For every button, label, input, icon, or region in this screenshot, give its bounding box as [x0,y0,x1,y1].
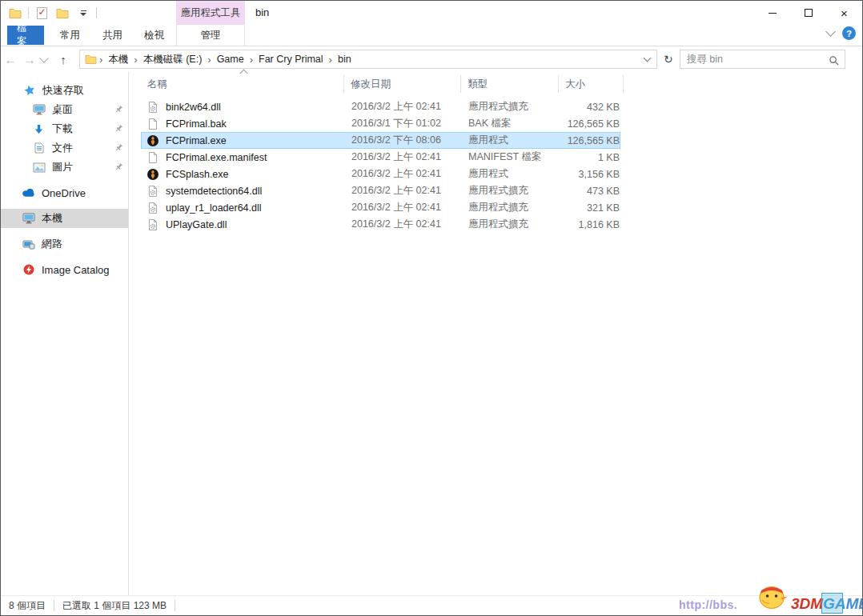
window-controls: × [754,1,862,25]
column-header-date[interactable]: 修改日期 [344,75,461,93]
close-button[interactable]: × [826,1,862,25]
toolbar-separator [28,7,29,18]
column-header-name[interactable]: 名稱 [141,75,344,93]
sidebar-item-quick-access[interactable]: 快速存取 [1,81,128,100]
file-row-uplay-r1-loader64[interactable]: uplay_r1_loader64.dll 2016/3/2 上午 02:41 … [141,199,620,216]
file-name: FCPrimal.bak [166,118,227,130]
statusbar-separator [175,600,175,611]
sidebar-item-this-pc[interactable]: 本機 [1,209,128,228]
tab-file[interactable]: 檔案 [7,26,44,45]
new-folder-button[interactable] [54,5,70,21]
sidebar-item-downloads[interactable]: 下載 [1,119,128,138]
pin-icon [114,143,123,155]
file-size: 126,565 KB [560,135,620,146]
sidebar-item-documents[interactable]: 文件 [1,138,128,158]
file-list-pane: 名稱 修改日期 類型 大小 bink2w64.dll 2016/3/2 上午 0… [130,71,862,595]
file-row-systemdetection64[interactable]: systemdetection64.dll 2016/3/2 上午 02:41 … [141,182,620,199]
file-row-fcprimal-exe-selected[interactable]: FCPrimal.exe 2016/3/2 下午 08:06 應用程式 126,… [141,132,620,149]
download-icon [32,124,46,134]
pin-icon [114,162,123,174]
tab-view[interactable]: 檢視 [134,26,174,45]
address-bar[interactable]: › 本機 › 本機磁碟 (E:) › Game › Far Cry Primal… [79,50,657,69]
network-icon [22,239,35,250]
dll-file-icon [147,202,159,214]
file-row-fcprimal-bak[interactable]: FCPrimal.bak 2016/3/1 下午 01:02 BAK 檔案 12… [141,115,620,132]
breadcrumb-separator: › [327,54,335,66]
sidebar-item-label: 圖片 [52,160,73,174]
breadcrumb-separator: › [97,54,105,66]
breadcrumb-this-pc[interactable]: 本機 [105,53,131,66]
sidebar-item-label: 文件 [52,141,73,155]
breadcrumb-bin[interactable]: bin [335,54,355,65]
file-type: 應用程式擴充 [462,100,560,114]
file-name: FCPrimal.exe.manifest [166,152,267,163]
refresh-button[interactable]: ↻ [657,53,680,66]
title-bar: ✓ 應用程式工具 bin × [1,1,862,25]
file-date: 2016/3/2 上午 02:41 [345,100,462,114]
file-size: 126,565 KB [560,118,620,130]
forward-button[interactable]: → [20,53,39,66]
items-count: 8 個項目 [1,599,54,613]
column-header-size[interactable]: 大小 [559,75,624,93]
breadcrumb-drive-e[interactable]: 本機磁碟 (E:) [140,53,206,66]
file-row-manifest[interactable]: FCPrimal.exe.manifest 2016/3/2 上午 02:41 … [141,149,620,166]
properties-icon: ✓ [37,7,47,19]
breadcrumb-game[interactable]: Game [214,54,247,65]
maximize-button[interactable] [790,1,826,25]
sidebar-item-label: 網路 [42,237,62,251]
sidebar-item-image-catalog[interactable]: Image Catalog [1,260,128,279]
ribbon-tab-row: 檔案 常用 共用 檢視 管理 ? [1,25,862,46]
dll-file-icon [147,185,159,198]
contextual-tab-header: 應用程式工具 [176,1,245,25]
sidebar-item-label: 本機 [42,211,62,226]
maximize-icon [805,9,813,17]
file-row-uplaygate[interactable]: UPlayGate.dll 2016/3/2 上午 02:41 應用程式擴充 1… [141,216,620,233]
file-date: 2016/3/2 上午 02:41 [345,150,462,164]
minimize-button[interactable] [754,1,790,25]
customize-qat-button[interactable] [75,5,91,21]
recent-locations-chevron-icon[interactable] [39,54,48,62]
file-type: MANIFEST 檔案 [462,150,560,164]
column-header-type[interactable]: 類型 [461,75,559,93]
file-type: 應用程式擴充 [462,201,560,214]
file-size: 1,816 KB [560,219,620,230]
breadcrumb-separator: › [205,54,213,66]
minimize-icon [769,13,777,14]
dropdown-caret-icon [80,10,86,16]
status-bar: 8 個項目 已選取 1 個項目 123 MB [1,595,862,615]
breadcrumb-far-cry-primal[interactable]: Far Cry Primal [255,54,327,65]
sidebar-item-label: 下載 [52,122,73,136]
computer-icon [22,213,35,224]
file-name: FCSplash.exe [166,169,229,180]
sidebar-item-label: OneDrive [42,187,86,199]
sidebar-item-pictures[interactable]: 圖片 [1,158,128,177]
sidebar-item-desktop[interactable]: 桌面 [1,100,128,119]
address-dropdown-chevron-icon[interactable] [644,54,652,62]
file-rows: bink2w64.dll 2016/3/2 上午 02:41 應用程式擴充 43… [141,98,620,233]
file-size: 3,156 KB [560,169,620,180]
up-button[interactable]: ↑ [54,53,73,66]
pictures-icon [32,162,46,173]
file-name: systemdetection64.dll [166,186,262,197]
ribbon-collapse-chevron-icon[interactable] [825,26,836,37]
back-button[interactable]: ← [1,53,20,66]
file-name: UPlayGate.dll [166,219,227,230]
sidebar-item-onedrive[interactable]: OneDrive [1,183,128,202]
help-button[interactable]: ? [842,26,856,40]
sort-ascending-icon [240,70,248,78]
generic-file-icon [147,118,159,130]
file-type: 應用程式擴充 [462,218,560,231]
file-name: uplay_r1_loader64.dll [166,202,262,214]
sidebar-item-label: 快速存取 [42,83,84,98]
tab-manage[interactable]: 管理 [176,25,245,46]
tab-home[interactable]: 常用 [50,26,90,45]
properties-button[interactable]: ✓ [34,5,50,21]
search-box[interactable] [680,50,845,69]
navigation-pane: 快速存取 桌面 下載 [1,71,129,595]
search-input[interactable] [680,54,817,65]
desktop-icon [32,104,46,115]
tab-share[interactable]: 共用 [93,26,132,45]
file-row-fcsplash[interactable]: FCSplash.exe 2016/3/2 上午 02:41 應用程式 3,15… [141,166,620,182]
sidebar-item-network[interactable]: 網路 [1,234,128,254]
file-row-bink2w64[interactable]: bink2w64.dll 2016/3/2 上午 02:41 應用程式擴充 43… [141,98,620,115]
